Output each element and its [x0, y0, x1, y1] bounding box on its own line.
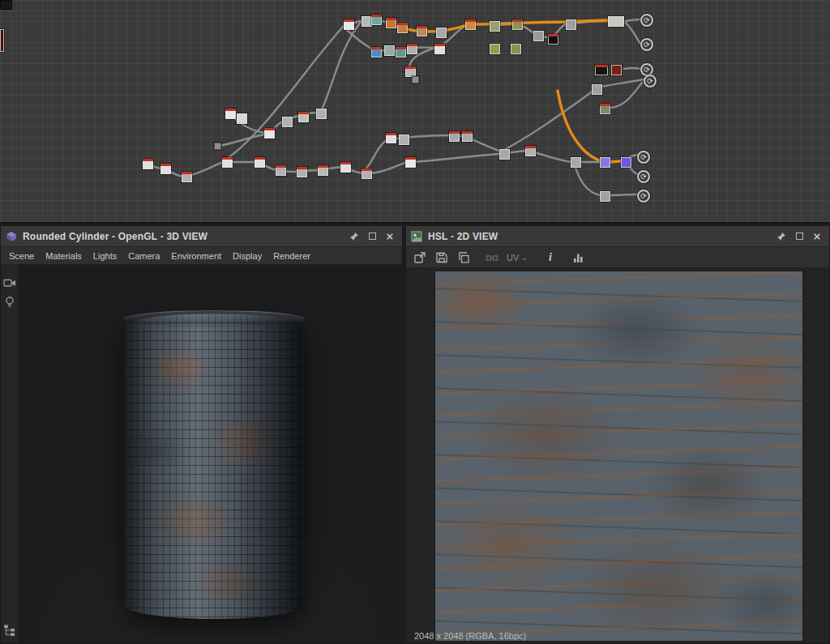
graph-node[interactable] [548, 34, 558, 45]
info-icon[interactable]: i [543, 250, 558, 265]
graph-node[interactable] [571, 157, 581, 168]
graph-node[interactable] [371, 15, 382, 25]
graph-node[interactable] [490, 44, 500, 54]
3d-view-panel-icon [6, 231, 17, 242]
graph-node[interactable] [316, 109, 327, 119]
graph-node[interactable] [600, 191, 610, 202]
graph-node[interactable] [282, 117, 293, 127]
graph-node[interactable] [533, 31, 544, 41]
graph-node[interactable] [225, 109, 236, 119]
output-node[interactable]: ⟳ [644, 75, 657, 87]
node-graph-canvas[interactable]: ⟳⟳⟳⟳⟳⟳⟳ [0, 0, 830, 224]
graph-node[interactable] [386, 18, 396, 28]
graph-node[interactable] [255, 157, 265, 168]
menu-display[interactable]: Display [233, 251, 262, 261]
graph-node[interactable] [362, 168, 372, 179]
light-icon[interactable] [3, 296, 16, 309]
2d-view-titlebar[interactable]: HSL - 2D VIEW × [406, 226, 829, 247]
2d-view-toolbar: UV ⌄ i [406, 247, 829, 268]
graph-node[interactable] [264, 128, 275, 139]
graph-node[interactable] [465, 19, 476, 30]
close-icon[interactable]: × [810, 229, 824, 244]
menu-renderer[interactable]: Renderer [273, 251, 310, 261]
graph-node[interactable] [0, 29, 4, 52]
graph-node[interactable] [396, 47, 406, 58]
output-node[interactable]: ⟳ [637, 170, 650, 183]
graph-node[interactable] [434, 44, 445, 54]
menu-materials[interactable]: Materials [45, 251, 82, 261]
graph-node[interactable] [621, 157, 631, 168]
maximize-icon[interactable] [365, 229, 379, 244]
graph-node[interactable] [160, 164, 171, 174]
graph-node[interactable] [449, 131, 460, 142]
graph-node[interactable] [595, 65, 608, 75]
menu-environment[interactable]: Environment [171, 251, 221, 261]
uv-mode-dropdown[interactable]: UV ⌄ [507, 253, 528, 262]
graph-node[interactable] [397, 23, 408, 33]
graph-node[interactable] [371, 47, 382, 58]
graph-node[interactable] [407, 44, 417, 54]
pin-icon[interactable] [347, 229, 362, 244]
graph-node[interactable] [608, 16, 624, 27]
graph-node[interactable] [384, 45, 395, 56]
output-node[interactable]: ⟳ [640, 38, 653, 51]
graph-node[interactable] [511, 44, 521, 54]
graph-node[interactable] [525, 146, 536, 156]
scene-tree-icon[interactable] [3, 624, 16, 637]
histogram-icon[interactable] [571, 250, 586, 265]
app-window: ⟳⟳⟳⟳⟳⟳⟳ Rounded Cylinder - OpenGL - 3D V… [0, 0, 830, 644]
maximize-icon[interactable] [792, 229, 806, 244]
pin-icon[interactable] [774, 229, 789, 244]
3d-view-title: Rounded Cylinder - OpenGL - 3D VIEW [23, 231, 208, 242]
graph-node[interactable] [222, 157, 233, 168]
rounded-cylinder-mesh[interactable] [124, 313, 305, 619]
graph-node[interactable] [611, 65, 622, 75]
chevron-down-icon: ⌄ [521, 254, 528, 262]
transform-node[interactable] [214, 143, 221, 150]
3d-viewport[interactable] [19, 265, 402, 643]
graph-node[interactable] [276, 165, 286, 176]
link-inputs-icon[interactable] [485, 250, 499, 265]
export-image-icon[interactable] [413, 250, 427, 265]
save-icon[interactable] [434, 250, 449, 265]
output-node[interactable]: ⟳ [640, 14, 653, 27]
output-node[interactable]: ⟳ [637, 190, 650, 203]
output-node[interactable]: ⟳ [637, 151, 650, 164]
graph-node[interactable] [386, 133, 396, 143]
graph-node[interactable] [405, 157, 416, 168]
texture-2d-preview[interactable] [435, 271, 802, 641]
graph-node[interactable] [512, 19, 523, 30]
graph-node[interactable] [462, 131, 473, 142]
graph-node[interactable] [298, 112, 309, 122]
graph-node[interactable] [436, 28, 447, 38]
graph-corner-chip [0, 0, 12, 10]
3d-view-side-toolbar [1, 265, 19, 643]
graph-node[interactable] [143, 159, 153, 169]
texture-resolution-status: 2048 x 2048 (RGBA, 16bpc) [414, 631, 526, 641]
graph-node[interactable] [417, 26, 427, 36]
graph-node[interactable] [182, 172, 192, 182]
camera-icon[interactable] [3, 276, 16, 289]
2d-viewport[interactable]: 2048 x 2048 (RGBA, 16bpc) [406, 268, 829, 643]
wires-layer [0, 0, 830, 224]
3d-view-menubar: SceneMaterialsLightsCameraEnvironmentDis… [1, 247, 402, 265]
copy-icon[interactable] [456, 250, 471, 265]
graph-node[interactable] [399, 134, 409, 145]
close-icon[interactable]: × [383, 229, 397, 244]
graph-node[interactable] [237, 113, 247, 124]
graph-node[interactable] [566, 19, 576, 30]
menu-lights[interactable]: Lights [93, 251, 117, 261]
graph-node[interactable] [600, 104, 610, 114]
graph-node[interactable] [340, 162, 351, 173]
graph-node[interactable] [600, 157, 610, 168]
graph-node[interactable] [297, 167, 307, 177]
graph-node[interactable] [592, 84, 602, 95]
graph-node[interactable] [344, 19, 354, 30]
graph-node[interactable] [490, 21, 500, 32]
graph-node[interactable] [499, 149, 510, 160]
3d-view-titlebar[interactable]: Rounded Cylinder - OpenGL - 3D VIEW × [1, 226, 402, 247]
transform-node[interactable] [412, 76, 419, 83]
graph-node[interactable] [318, 165, 328, 176]
menu-scene[interactable]: Scene [9, 251, 34, 261]
menu-camera[interactable]: Camera [128, 251, 160, 261]
